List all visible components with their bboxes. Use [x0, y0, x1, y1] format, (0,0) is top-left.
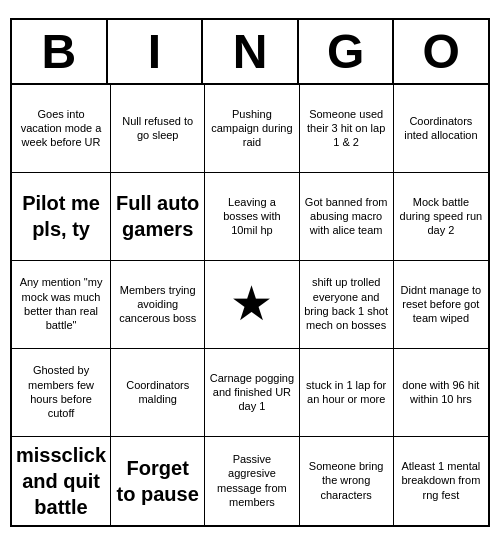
bingo-cell-8: Got banned from abusing macro with alice…	[300, 173, 394, 261]
bingo-cell-13: shift up trolled everyone and bring back…	[300, 261, 394, 349]
bingo-cell-19: done with 96 hit within 10 hrs	[394, 349, 488, 437]
bingo-cell-1: Null refused to go sleep	[111, 85, 205, 173]
bingo-cell-9: Mock battle during speed run day 2	[394, 173, 488, 261]
bingo-cell-2: Pushing campaign during raid	[205, 85, 299, 173]
bingo-cell-22: Passive aggresive message from members	[205, 437, 299, 525]
bingo-cell-11: Members trying avoiding cancerous boss	[111, 261, 205, 349]
header-letter-n: N	[203, 20, 299, 83]
bingo-card: BINGO Goes into vacation mode a week bef…	[10, 18, 490, 527]
bingo-cell-21: Forget to pause	[111, 437, 205, 525]
header-letter-g: G	[299, 20, 395, 83]
bingo-cell-0: Goes into vacation mode a week before UR	[12, 85, 111, 173]
bingo-cell-5: Pilot me pls, ty	[12, 173, 111, 261]
bingo-cell-24: Atleast 1 mental breakdown from rng fest	[394, 437, 488, 525]
bingo-cell-3: Someone used their 3 hit on lap 1 & 2	[300, 85, 394, 173]
header-letter-i: I	[108, 20, 204, 83]
bingo-cell-6: Full auto gamers	[111, 173, 205, 261]
bingo-grid: Goes into vacation mode a week before UR…	[12, 85, 488, 525]
bingo-cell-7: Leaving a bosses with 10mil hp	[205, 173, 299, 261]
bingo-cell-23: Someone bring the wrong characters	[300, 437, 394, 525]
bingo-header: BINGO	[12, 20, 488, 85]
bingo-cell-12: ★	[205, 261, 299, 349]
bingo-cell-16: Coordinators malding	[111, 349, 205, 437]
bingo-cell-18: stuck in 1 lap for an hour or more	[300, 349, 394, 437]
bingo-cell-15: Ghosted by members few hours before cuto…	[12, 349, 111, 437]
bingo-cell-20: missclick and quit battle	[12, 437, 111, 525]
bingo-cell-4: Coordinators inted allocation	[394, 85, 488, 173]
bingo-cell-14: Didnt manage to reset before got team wi…	[394, 261, 488, 349]
bingo-cell-17: Carnage pogging and finished UR day 1	[205, 349, 299, 437]
header-letter-b: B	[12, 20, 108, 83]
bingo-cell-10: Any mention "my mock was much better tha…	[12, 261, 111, 349]
header-letter-o: O	[394, 20, 488, 83]
